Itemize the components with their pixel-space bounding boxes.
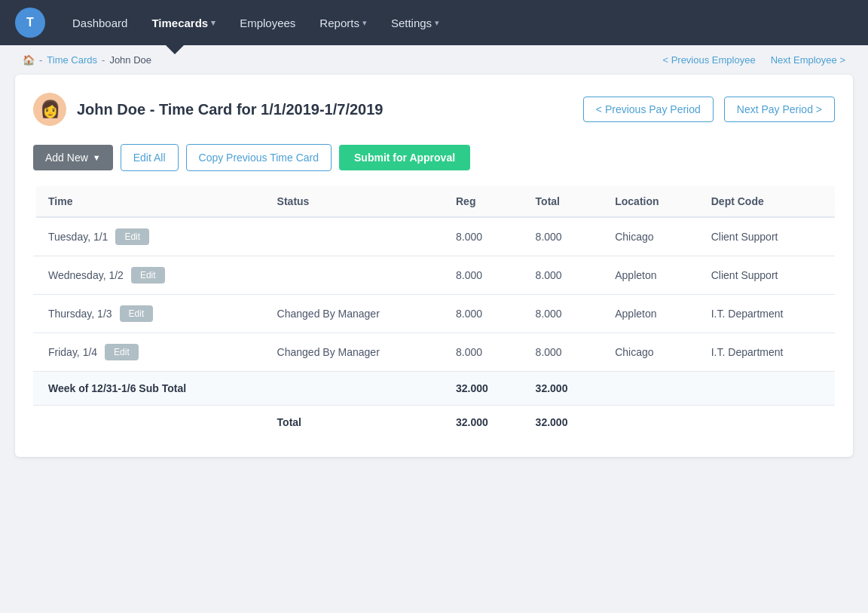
cell-status-3: Changed By Manager <box>265 333 444 372</box>
cell-reg-1: 8.000 <box>444 256 524 295</box>
nav-label-timecards: Timecards <box>151 17 208 29</box>
breadcrumb: 🏠 - Time Cards - John Doe < Previous Emp… <box>0 45 868 75</box>
breadcrumb-sep2: - <box>102 54 105 66</box>
table-row: Wednesday, 1/2 Edit 8.000 8.000 Appleton… <box>33 256 835 295</box>
time-cell-3: Friday, 1/4 Edit <box>48 344 253 360</box>
total-label: Total <box>265 406 444 440</box>
card-title: John Doe - Time Card for 1/1/2019-1/7/20… <box>77 101 573 118</box>
row-edit-button-3[interactable]: Edit <box>105 344 139 360</box>
nav-label-employees: Employees <box>240 17 295 29</box>
card-header: 👩 John Doe - Time Card for 1/1/2019-1/7/… <box>33 93 835 126</box>
home-icon: 🏠 <box>23 54 35 66</box>
nav-label-reports: Reports <box>319 17 359 29</box>
subtotal-dept <box>699 372 835 406</box>
cell-total-3: 8.000 <box>524 333 604 372</box>
cell-status-1 <box>265 256 444 295</box>
total-total: 32.000 <box>524 406 604 440</box>
employee-navigation: < Previous Employee Next Employee > <box>662 54 845 66</box>
next-pay-period-button[interactable]: Next Pay Period > <box>724 97 835 122</box>
logo-letter: T <box>26 16 34 29</box>
time-cell-2: Thursday, 1/3 Edit <box>48 305 253 322</box>
time-label-0: Tuesday, 1/1 <box>48 231 108 243</box>
nav-item-employees[interactable]: Employees <box>228 11 307 35</box>
cell-time-2: Thursday, 1/3 Edit <box>36 295 265 333</box>
cell-location-3: Chicago <box>603 333 699 372</box>
cell-time-3: Friday, 1/4 Edit <box>36 333 265 372</box>
col-header-reg: Reg <box>444 186 524 217</box>
row-edit-button-1[interactable]: Edit <box>131 267 165 284</box>
nav-label-dashboard: Dashboard <box>72 17 127 29</box>
timecards-chevron-icon: ▾ <box>211 18 215 28</box>
cell-total-2: 8.000 <box>524 295 604 333</box>
breadcrumb-timecards[interactable]: Time Cards <box>47 54 97 66</box>
add-new-button[interactable]: Add New ▼ <box>33 145 113 170</box>
col-header-dept-code: Dept Code <box>699 186 835 217</box>
timecard-table: Time Status Reg Total Location Dept Code… <box>33 186 835 439</box>
add-new-label: Add New <box>45 152 88 164</box>
nav-label-settings: Settings <box>391 17 432 29</box>
submit-approval-button[interactable]: Submit for Approval <box>339 145 470 170</box>
cell-dept-3: I.T. Department <box>699 333 835 372</box>
subtotal-label: Week of 12/31-1/6 Sub Total <box>36 372 265 406</box>
cell-location-0: Chicago <box>603 217 699 256</box>
col-header-location: Location <box>603 186 699 217</box>
time-cell-0: Tuesday, 1/1 Edit <box>48 228 253 245</box>
time-label-3: Friday, 1/4 <box>48 346 97 358</box>
row-edit-button-0[interactable]: Edit <box>115 228 149 245</box>
next-employee-link[interactable]: Next Employee > <box>771 54 845 66</box>
cell-status-0 <box>265 217 444 256</box>
nav-item-dashboard[interactable]: Dashboard <box>60 11 139 35</box>
cell-status-2: Changed By Manager <box>265 295 444 333</box>
nav-item-reports[interactable]: Reports ▾ <box>307 11 379 35</box>
navbar: T Dashboard Timecards ▾ Employees Report… <box>0 0 868 45</box>
table-row: Tuesday, 1/1 Edit 8.000 8.000 Chicago Cl… <box>33 217 835 256</box>
subtotal-status <box>265 372 444 406</box>
time-cell-1: Wednesday, 1/2 Edit <box>48 267 253 284</box>
cell-location-1: Appleton <box>603 256 699 295</box>
nav-logo: T <box>15 8 45 38</box>
total-location <box>603 406 699 440</box>
avatar-emoji: 👩 <box>40 100 60 119</box>
copy-previous-button[interactable]: Copy Previous Time Card <box>186 144 332 171</box>
table-row: Friday, 1/4 Edit Changed By Manager 8.00… <box>33 333 835 372</box>
cell-location-2: Appleton <box>603 295 699 333</box>
prev-pay-period-button[interactable]: < Previous Pay Period <box>583 97 714 122</box>
time-label-2: Thursday, 1/3 <box>48 308 112 320</box>
table-row: Thursday, 1/3 Edit Changed By Manager 8.… <box>33 295 835 333</box>
prev-employee-link[interactable]: < Previous Employee <box>662 54 755 66</box>
main-card: 👩 John Doe - Time Card for 1/1/2019-1/7/… <box>15 75 853 457</box>
subtotal-location <box>603 372 699 406</box>
reports-chevron-icon: ▾ <box>362 18 367 28</box>
col-header-total: Total <box>524 186 604 217</box>
breadcrumb-employee: John Doe <box>109 54 151 66</box>
cell-dept-0: Client Support <box>699 217 835 256</box>
col-header-time: Time <box>36 186 265 217</box>
cell-time-0: Tuesday, 1/1 Edit <box>36 217 265 256</box>
cell-reg-3: 8.000 <box>444 333 524 372</box>
total-dept <box>699 406 835 440</box>
cell-dept-1: Client Support <box>699 256 835 295</box>
total-row: Total 32.000 32.000 <box>33 406 835 440</box>
cell-dept-2: I.T. Department <box>699 295 835 333</box>
action-bar: Add New ▼ Edit All Copy Previous Time Ca… <box>33 144 835 171</box>
total-reg: 32.000 <box>444 406 524 440</box>
cell-total-0: 8.000 <box>524 217 604 256</box>
cell-reg-0: 8.000 <box>444 217 524 256</box>
col-header-status: Status <box>265 186 444 217</box>
time-label-1: Wednesday, 1/2 <box>48 269 124 281</box>
cell-time-1: Wednesday, 1/2 Edit <box>36 256 265 295</box>
settings-chevron-icon: ▾ <box>435 18 439 28</box>
subtotal-row: Week of 12/31-1/6 Sub Total 32.000 32.00… <box>33 372 835 406</box>
subtotal-reg: 32.000 <box>444 372 524 406</box>
total-time-cell <box>36 406 265 440</box>
nav-item-timecards[interactable]: Timecards ▾ <box>139 11 228 35</box>
breadcrumb-sep1: - <box>39 54 42 66</box>
nav-item-settings[interactable]: Settings ▾ <box>379 11 451 35</box>
cell-reg-2: 8.000 <box>444 295 524 333</box>
subtotal-total: 32.000 <box>524 372 604 406</box>
edit-all-button[interactable]: Edit All <box>121 144 179 171</box>
cell-total-1: 8.000 <box>524 256 604 295</box>
table-header-row: Time Status Reg Total Location Dept Code <box>33 186 835 217</box>
employee-avatar: 👩 <box>33 93 66 126</box>
row-edit-button-2[interactable]: Edit <box>120 305 154 322</box>
